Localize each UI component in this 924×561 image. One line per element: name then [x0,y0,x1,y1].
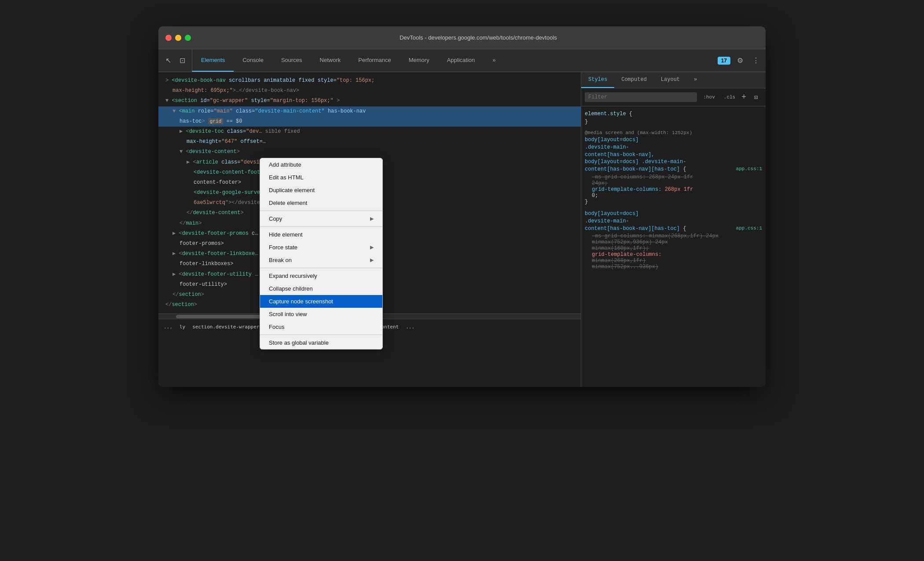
strikethrough-property: minmax(268px,1fr) [592,258,762,264]
style-rule-2: body[layout=docs] .devsite-main- content… [585,210,762,270]
add-style-button[interactable]: + [741,93,746,101]
rule-selector: body[layout=docs] .devsite-main- content… [585,210,762,232]
left-toolbar: ↖ ⊡ [158,49,192,72]
ctx-separator-4 [260,335,382,335]
media-query: @media screen and (max-width: 1252px) [585,130,762,135]
title-bar: DevTools - developers.google.com/web/too… [158,26,766,49]
tab-sources[interactable]: Sources [272,49,311,72]
minimize-button[interactable] [175,35,181,41]
red-property: grid-template-columns: [592,251,762,258]
cursor-icon[interactable]: ↖ [162,55,174,67]
ctx-delete-element[interactable]: Delete element [260,197,382,209]
tab-elements[interactable]: Elements [192,49,234,72]
media-rule-1: @media screen and (max-width: 1252px) bo… [585,130,762,205]
styles-panel: Styles Computed Layout » :hov .cls + ⊡ [581,72,766,387]
tab-performance[interactable]: Performance [349,49,400,72]
devtools-window: DevTools - developers.google.com/web/too… [158,26,766,387]
element-style-rule: element.style { } [585,110,762,125]
ctx-separator-3 [260,268,382,268]
cls-button[interactable]: .cls [721,94,738,101]
styles-content: element.style { } @media screen and (max… [581,106,766,387]
rule-selector: body[layout=docs] .devsite-main- content… [585,136,762,173]
context-menu-overlay: Add attribute Edit as HTML Duplicate ele… [158,72,581,387]
rule-close: } [585,199,762,205]
ctx-edit-as-html[interactable]: Edit as HTML [260,171,382,184]
devtools-content: > <devsite-book-nav scrollbars animatabl… [158,72,766,387]
ctx-expand-recursively[interactable]: Expand recursively [260,270,382,282]
ctx-focus[interactable]: Focus [260,321,382,333]
more-options-icon[interactable]: ⋮ [750,55,762,67]
maximize-button[interactable] [185,35,191,41]
styles-tab-overflow[interactable]: » [687,72,704,88]
strikethrough-property: minmax(752px...936px) [592,264,762,270]
tab-memory[interactable]: Memory [400,49,438,72]
rule-source[interactable]: app.css:1 [736,166,762,172]
context-menu: Add attribute Edit as HTML Duplicate ele… [260,158,383,350]
devtools-tab-bar: ↖ ⊡ Elements Console Sources Network Per… [158,49,766,72]
styles-filter-bar: :hov .cls + ⊡ [581,88,766,106]
traffic-lights [165,35,191,41]
tab-console[interactable]: Console [234,49,272,72]
styles-tabs: Styles Computed Layout » [581,72,766,88]
rule-close: } [585,119,762,125]
ctx-separator-1 [260,211,382,211]
hov-button[interactable]: :hov [700,94,717,101]
ctx-store-global[interactable]: Store as global variable [260,336,382,349]
ctx-collapse-children[interactable]: Collapse children [260,282,382,295]
ctx-copy[interactable]: Copy ▶ [260,212,382,225]
ctx-force-state[interactable]: Force state ▶ [260,241,382,254]
ctx-scroll-into-view[interactable]: Scroll into view [260,308,382,321]
ctx-break-on-arrow: ▶ [370,257,374,263]
ctx-separator-2 [260,226,382,227]
ctx-capture-screenshot[interactable]: Capture node screenshot [260,295,382,308]
window-title: DevTools - developers.google.com/web/too… [198,34,759,41]
close-button[interactable] [165,35,172,41]
strikethrough-property: -ms-grid-columns: minmax(268px,1fr) 24px [592,233,762,239]
right-toolbar: 17 ⚙ ⋮ [714,49,766,72]
device-toolbar-icon[interactable]: ⊡ [176,55,188,67]
highlight-property: grid-template-columns: 268px 1fr [592,186,762,193]
strikethrough-property: 24px; [592,180,762,186]
styles-tab-styles[interactable]: Styles [581,72,614,88]
property-value: 0; [592,193,762,199]
styles-tab-computed[interactable]: Computed [614,72,654,88]
tab-application[interactable]: Application [438,49,484,72]
strikethrough-property: minmax(160px,1fr); [592,245,762,251]
ctx-add-attribute[interactable]: Add attribute [260,158,382,171]
tab-network[interactable]: Network [311,49,350,72]
rule-selector: element.style { [585,110,762,118]
ctx-copy-arrow: ▶ [370,216,374,222]
elements-panel: > <devsite-book-nav scrollbars animatabl… [158,72,581,387]
styles-filter-input[interactable] [585,92,697,102]
settings-icon[interactable]: ⚙ [734,55,746,67]
rule-source-2[interactable]: app.css:1 [736,225,762,232]
styles-tab-layout[interactable]: Layout [654,72,687,88]
rule-body-2: -ms-grid-columns: minmax(268px,1fr) 24px… [585,233,762,270]
ctx-break-on[interactable]: Break on ▶ [260,254,382,266]
ctx-force-state-arrow: ▶ [370,244,374,250]
rule-body: -ms-grid-columns: 268px 24px 1fr 24px; g… [585,174,762,199]
ctx-duplicate-element[interactable]: Duplicate element [260,184,382,197]
notification-badge[interactable]: 17 [718,57,730,65]
strikethrough-property: minmax(752px,936px) 24px [592,239,762,245]
strikethrough-property: -ms-grid-columns: 268px 24px 1fr [592,174,762,180]
tab-list: Elements Console Sources Network Perform… [192,49,714,72]
ctx-hide-element[interactable]: Hide element [260,228,382,241]
new-style-rule-icon[interactable]: ⊡ [750,91,762,103]
tab-overflow[interactable]: » [484,49,504,72]
